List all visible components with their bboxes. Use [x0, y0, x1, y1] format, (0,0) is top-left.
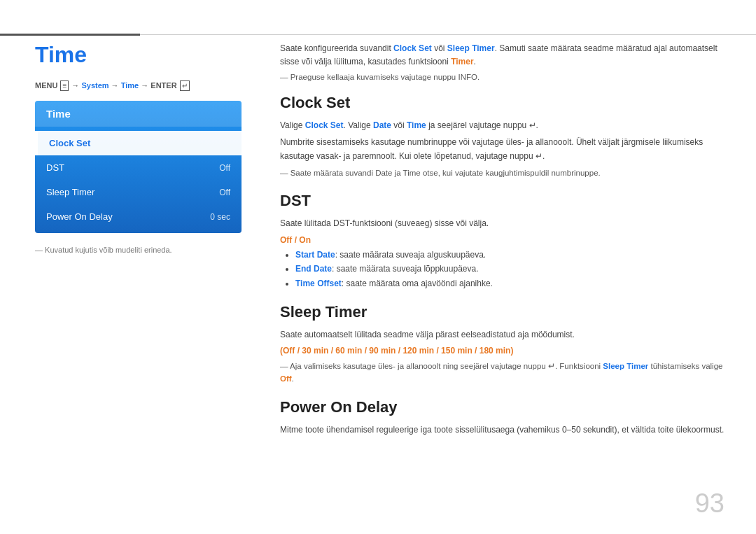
menu-item-dst-label: DST [46, 162, 64, 173]
menu-item-clock-set-label: Clock Set [49, 138, 90, 148]
dst-off-on: Off / On [280, 235, 724, 245]
start-date-label: Start Date [295, 250, 335, 260]
section-dst: DST Saate lülitada DST-funktsiooni (suve… [280, 192, 724, 290]
clock-set-text-2: Numbrite sisestamiseks kasutage numbrinu… [280, 136, 724, 164]
time-menu-header: Time [35, 101, 241, 127]
menu-item-power-on-delay-label: Power On Delay [46, 211, 113, 222]
top-line-light [140, 34, 756, 35]
clock-set-note: Saate määrata suvandi Date ja Time otse,… [280, 167, 724, 179]
sleep-timer-text: Saate automaatselt lülitada seadme välja… [280, 328, 724, 342]
section-clock-set: Clock Set Valige Clock Set. Valige Date … [280, 94, 724, 179]
cs-note-date: Date [375, 169, 392, 177]
intro-text: Saate konfigureerida suvandit Clock Set … [280, 42, 724, 69]
cs-note-time: Time [403, 169, 421, 177]
menu-item-dst[interactable]: DST Off [35, 155, 241, 180]
power-on-delay-text: Mitme toote ühendamisel reguleerige iga … [280, 423, 724, 437]
time-offset-label: Time Offset [295, 279, 342, 288]
off-ref: Off [280, 374, 292, 383]
sleep-timer-options: (Off / 30 min / 60 min / 90 min / 120 mi… [280, 346, 724, 356]
dst-heading: DST [280, 192, 724, 210]
cs-bold2: Date [373, 120, 391, 130]
end-date-label: End Date [295, 264, 332, 274]
top-line-dark [0, 34, 140, 36]
power-on-delay-heading: Power On Delay [280, 398, 724, 416]
top-lines [0, 34, 756, 36]
time-menu: Time Clock Set DST Off Sleep Timer Off P… [35, 101, 241, 233]
sleep-timer-note: Aja valimiseks kasutage üles- ja allanoo… [280, 360, 724, 386]
sleep-timer-heading: Sleep Timer [280, 303, 724, 321]
menu-item-dst-value: Off [219, 163, 230, 173]
page-number: 93 [695, 489, 724, 519]
sleep-timer-ref: Sleep Timer [447, 43, 495, 53]
dst-bullet-start: Start Date: saate määrata suveaja algusk… [295, 248, 724, 262]
page-title: Time [35, 42, 245, 68]
clock-set-text-1: Valige Clock Set. Valige Date või Time j… [280, 119, 724, 133]
enter-label: ENTER [150, 81, 176, 90]
system-label: System [81, 81, 108, 90]
intro-note: Praeguse kellaaja kuvamiseks vajutage nu… [280, 73, 724, 81]
right-panel: Saate konfigureerida suvandit Clock Set … [280, 42, 724, 450]
cs-bold1: Clock Set [305, 120, 344, 130]
dst-bullet-end: End Date: saate määrata suveaja lõppkuup… [295, 262, 724, 276]
section-power-on-delay: Power On Delay Mitme toote ühendamisel r… [280, 398, 724, 437]
menu-label: MENU [35, 81, 57, 90]
section-sleep-timer: Sleep Timer Saate automaatselt lülitada … [280, 303, 724, 386]
cs-bold3: Time [407, 120, 426, 130]
time-menu-items: Clock Set DST Off Sleep Timer Off Power … [35, 127, 241, 233]
menu-item-sleep-timer-value: Off [219, 188, 230, 197]
time-nav-label: Time [121, 81, 139, 90]
menu-item-power-on-delay-value: 0 sec [210, 212, 230, 222]
left-panel: Time MENU ≡ → System → Time → ENTER ↵ Ti… [35, 42, 245, 254]
menu-item-clock-set[interactable]: Clock Set [35, 131, 241, 155]
timer-ref: Timer [451, 57, 473, 66]
clock-set-heading: Clock Set [280, 94, 724, 112]
dst-bullets: Start Date: saate määrata suveaja algusk… [280, 248, 724, 290]
enter-icon: ↵ [180, 80, 190, 91]
clock-set-ref: Clock Set [393, 43, 432, 53]
menu-item-power-on-delay[interactable]: Power On Delay 0 sec [35, 204, 241, 229]
menu-path: MENU ≡ → System → Time → ENTER ↵ [35, 80, 245, 91]
sleep-timer-bold-ref: Sleep Timer [603, 362, 648, 370]
menu-item-sleep-timer-label: Sleep Timer [46, 187, 94, 197]
menu-icon: ≡ [60, 80, 69, 91]
note-below-menu: Kuvatud kujutis võib mudeliti erineda. [35, 246, 245, 254]
menu-item-sleep-timer[interactable]: Sleep Timer Off [35, 180, 241, 204]
dst-text: Saate lülitada DST-funktsiooni (suveaeg)… [280, 217, 724, 231]
dst-bullet-offset: Time Offset: saate määrata oma ajavööndi… [295, 276, 724, 290]
